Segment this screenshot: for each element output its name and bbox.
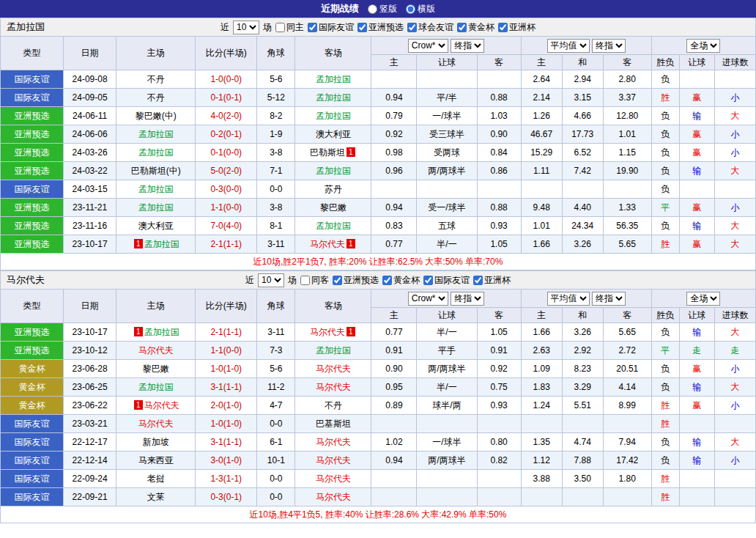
cell-date: 24-06-11	[64, 107, 116, 125]
competition-checkbox[interactable]	[498, 23, 508, 32]
team-name: 老挝	[147, 473, 165, 484]
asia-stage-select[interactable]: 终指	[451, 39, 484, 53]
asia-bookmaker-select[interactable]: Crow*	[408, 292, 448, 306]
euro-bookmaker-select[interactable]: 平均值	[547, 292, 590, 306]
col-type: 类型	[1, 37, 64, 70]
match-count-select[interactable]: 10	[258, 273, 284, 287]
cell-aa: 0.88	[477, 89, 521, 107]
table-row: 国际友谊22-09-24老挝1-3(1-1)0-0马尔代夫3.883.501.8…	[1, 470, 756, 488]
team-name: 孟加拉国	[316, 111, 351, 121]
sub-result: 胜负	[651, 55, 679, 70]
page-title: 近期战绩	[321, 2, 359, 15]
cell-type: 黄金杯	[1, 360, 64, 378]
cell-score: 1-1(0-0)	[196, 342, 257, 360]
competition-checkbox[interactable]	[423, 276, 433, 285]
layout-radio-vertical[interactable]: 竖版	[368, 3, 397, 15]
asia-bookmaker-select[interactable]: Crow*	[408, 39, 448, 53]
competition-filter[interactable]: 黄金杯	[457, 21, 494, 34]
team-name: 马尔代夫	[138, 419, 174, 429]
cell-ed: 17.73	[562, 125, 603, 144]
cell-home: 孟加拉国	[116, 125, 196, 144]
team-name: 巴基斯坦	[316, 419, 351, 429]
cell-ed: 24.34	[562, 217, 603, 235]
cell-ed: 6.52	[562, 144, 603, 162]
cell-hd: 受三球半	[417, 125, 477, 144]
cell-corner: 3-11	[257, 235, 295, 254]
competition-filter[interactable]: 亚洲预选	[357, 21, 404, 34]
cell-date: 24-09-05	[64, 89, 116, 107]
competition-filter[interactable]: 亚洲预选	[333, 274, 379, 287]
cell-r2: 输	[679, 217, 714, 235]
competition-checkbox[interactable]	[382, 276, 392, 285]
cell-date: 22-09-21	[64, 488, 116, 506]
vertical-radio[interactable]	[368, 4, 377, 14]
sub-goals: 进球数	[714, 308, 755, 323]
competition-checkbox[interactable]	[457, 23, 467, 32]
cell-ea: 56.35	[603, 217, 651, 235]
cell-r2	[679, 488, 714, 506]
competition-checkbox[interactable]	[308, 23, 317, 32]
cell-date: 23-10-17	[64, 235, 116, 254]
cell-score: 1-3(1-1)	[196, 470, 257, 488]
competition-filter[interactable]: 国际友谊	[423, 274, 470, 287]
full-match-select[interactable]: 全场	[686, 292, 720, 306]
cell-aa: 0.84	[477, 144, 521, 162]
cell-home: 1孟加拉国	[116, 235, 196, 254]
competition-filter[interactable]: 亚洲杯	[498, 21, 536, 34]
cell-corner: 11-2	[257, 378, 295, 397]
euro-stage-select[interactable]: 终指	[592, 292, 626, 306]
layout-radio-horizontal[interactable]: 横版	[406, 3, 435, 15]
asia-stage-select[interactable]: 终指	[451, 292, 484, 306]
cell-score: 0-1(0-0)	[196, 144, 257, 162]
team-name: 马尔代夫	[316, 492, 351, 502]
cell-ah: 1.02	[371, 433, 417, 452]
cell-r3	[714, 70, 755, 89]
team-name: 孟加拉国	[316, 74, 351, 84]
competition-filter[interactable]: 国际友谊	[308, 21, 354, 34]
cell-aa: 0.91	[477, 342, 521, 360]
competition-checkbox[interactable]	[333, 276, 342, 285]
cell-home: 老挝	[116, 470, 196, 488]
euro-stage-select[interactable]: 终指	[592, 39, 626, 53]
cell-corner: 0-0	[257, 180, 295, 199]
cell-home: 孟加拉国	[116, 199, 196, 217]
competition-label: 国际友谊	[319, 21, 354, 34]
cell-ed: 4.40	[562, 199, 603, 217]
cell-corner: 4-7	[257, 397, 295, 415]
cell-home: 巴勒斯坦(中)	[116, 162, 196, 180]
cell-r3: 小	[714, 397, 755, 415]
cell-ed: 3.26	[562, 235, 603, 254]
euro-odds-header: 平均值 终指	[521, 290, 651, 308]
cell-r1: 平	[651, 342, 679, 360]
competition-filter[interactable]: 球会友谊	[407, 21, 453, 34]
cell-ea: 20.51	[603, 360, 651, 378]
cell-hd	[417, 470, 477, 488]
same-venue-filter[interactable]: 同客	[300, 274, 329, 287]
cell-type: 国际友谊	[1, 488, 64, 506]
team-name: 马来西亚	[138, 455, 174, 465]
competition-checkbox[interactable]	[357, 23, 367, 32]
same-venue-filter[interactable]: 同主	[275, 21, 304, 34]
cell-r3: 大	[714, 323, 755, 342]
full-match-select[interactable]: 全场	[686, 39, 720, 53]
cell-hd	[417, 415, 477, 433]
same-venue-checkbox[interactable]	[275, 23, 285, 32]
cell-aa	[477, 70, 521, 89]
competition-filter[interactable]: 亚洲杯	[473, 274, 511, 287]
match-count-select[interactable]: 10	[233, 21, 259, 34]
euro-bookmaker-select[interactable]: 平均值	[547, 39, 590, 53]
team-name: 马尔代夫	[310, 239, 345, 249]
cell-away: 马尔代夫	[295, 360, 371, 378]
competition-filter[interactable]: 黄金杯	[382, 274, 420, 287]
horizontal-radio[interactable]	[406, 4, 415, 14]
competition-checkbox[interactable]	[407, 23, 417, 32]
same-venue-checkbox[interactable]	[300, 276, 310, 285]
cell-corner: 8-1	[257, 217, 295, 235]
cell-r3	[714, 470, 755, 488]
team-name: 巴勒斯坦	[310, 147, 345, 158]
cell-date: 23-06-22	[64, 397, 116, 415]
cell-r1: 负	[651, 180, 679, 199]
competition-checkbox[interactable]	[473, 276, 483, 285]
cell-ah: 0.96	[371, 162, 417, 180]
table-row: 国际友谊22-09-21文莱0-3(0-1)0-0马尔代夫胜	[1, 488, 756, 506]
